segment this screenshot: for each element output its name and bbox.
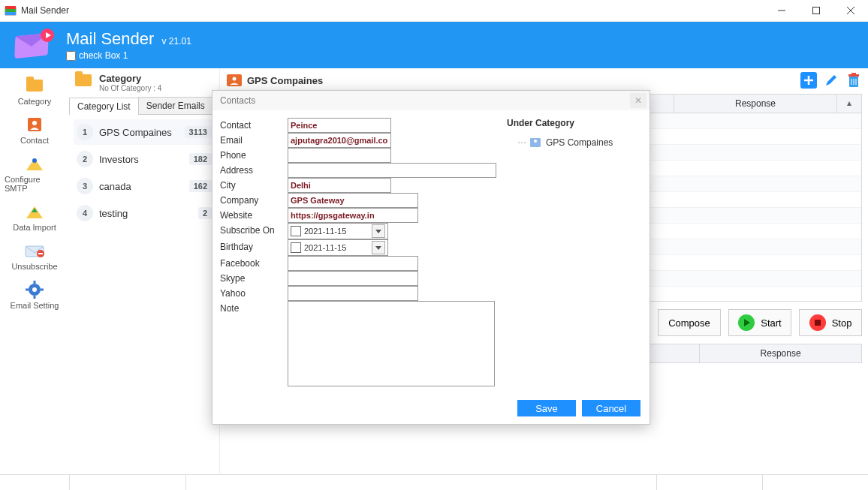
input-website[interactable] bbox=[288, 208, 418, 223]
banner-checkbox[interactable]: check Box 1 bbox=[66, 50, 191, 61]
input-address[interactable] bbox=[288, 163, 496, 178]
nav-import[interactable]: Data Import bbox=[5, 199, 65, 235]
contact-form: Contact Email Phone Address City Company… bbox=[220, 118, 498, 392]
category-row-name: testing bbox=[99, 208, 198, 219]
maximize-button[interactable] bbox=[799, 0, 833, 21]
svg-rect-3 bbox=[5, 12, 16, 15]
nav-smtp[interactable]: Configure SMTP bbox=[5, 151, 65, 196]
svg-point-36 bbox=[534, 140, 537, 143]
nav-import-label: Data Import bbox=[13, 223, 56, 232]
label-yahoo: Yahoo bbox=[220, 286, 288, 299]
contacts-small-icon bbox=[529, 137, 541, 148]
save-button[interactable]: Save bbox=[517, 400, 576, 416]
grid-header-response[interactable]: Response bbox=[674, 95, 836, 113]
gear-icon bbox=[23, 280, 46, 299]
category-tree-item[interactable]: ⋯ GPS Compaines bbox=[507, 137, 642, 148]
start-button-label: Start bbox=[761, 317, 781, 329]
add-button[interactable] bbox=[800, 72, 817, 89]
label-website: Website bbox=[220, 208, 288, 221]
category-row[interactable]: 2 Investors 182 bbox=[74, 146, 215, 172]
svg-rect-2 bbox=[5, 9, 16, 12]
svg-point-11 bbox=[32, 158, 37, 163]
modal-right-column: Under Category ⋯ GPS Compaines bbox=[498, 118, 642, 392]
category-row[interactable]: 1 GPS Compaines 3113 bbox=[74, 119, 215, 145]
nav-unsubscribe[interactable]: Unsubscribe bbox=[5, 238, 65, 274]
label-note: Note bbox=[220, 301, 288, 314]
banner-checkbox-label: check Box 1 bbox=[79, 50, 128, 61]
input-phone[interactable] bbox=[288, 148, 391, 163]
modal-close-button[interactable]: ✕ bbox=[630, 93, 646, 108]
modal-titlebar: Contacts ✕ bbox=[212, 91, 649, 110]
nav-email-setting[interactable]: Email Setting bbox=[5, 277, 65, 313]
delete-button[interactable] bbox=[845, 72, 862, 89]
svg-rect-29 bbox=[848, 74, 859, 77]
input-city[interactable] bbox=[288, 178, 391, 193]
tab-category-list[interactable]: Category List bbox=[69, 98, 139, 115]
under-category-title: Under Category bbox=[507, 118, 642, 128]
category-row-num: 4 bbox=[77, 205, 93, 221]
svg-rect-1 bbox=[5, 6, 16, 9]
date-subscribe-value: 2021-11-15 bbox=[304, 227, 346, 236]
import-icon bbox=[23, 202, 46, 221]
compose-button-label: Compose bbox=[668, 317, 710, 329]
category-row-num: 2 bbox=[77, 151, 93, 167]
input-yahoo[interactable] bbox=[288, 286, 418, 301]
svg-rect-5 bbox=[813, 8, 820, 14]
start-button[interactable]: Start bbox=[728, 309, 791, 336]
input-email[interactable] bbox=[288, 133, 391, 148]
input-skype[interactable] bbox=[288, 271, 418, 286]
label-subscribe: Subscribe On bbox=[220, 223, 288, 236]
compose-button[interactable]: Compose bbox=[658, 309, 721, 336]
svg-point-18 bbox=[32, 287, 37, 292]
dropdown-icon[interactable] bbox=[372, 224, 385, 238]
side-nav: Category Contact Configure SMTP Data Imp… bbox=[0, 68, 69, 490]
stop-button[interactable]: Stop bbox=[799, 309, 862, 336]
svg-rect-30 bbox=[851, 73, 856, 74]
svg-marker-34 bbox=[847, 101, 851, 106]
category-list: 1 GPS Compaines 3113 2 Investors 182 3 c… bbox=[69, 115, 219, 490]
banner-checkbox-input[interactable] bbox=[66, 51, 76, 61]
app-version: v 21.01 bbox=[162, 36, 191, 47]
tab-sender-emails[interactable]: Sender Emails bbox=[138, 97, 213, 114]
category-tabs: Category List Sender Emails bbox=[69, 97, 219, 115]
input-company[interactable] bbox=[288, 193, 418, 208]
cancel-button[interactable]: Cancel bbox=[582, 400, 640, 416]
stop-button-label: Stop bbox=[832, 317, 852, 329]
svg-point-24 bbox=[233, 77, 237, 81]
date-birthday[interactable]: 2021-11-15 bbox=[288, 239, 388, 256]
category-row-num: 1 bbox=[77, 124, 93, 140]
nav-smtp-label: Configure SMTP bbox=[5, 175, 65, 193]
status-bar bbox=[0, 474, 868, 490]
dropdown-icon[interactable] bbox=[372, 241, 385, 254]
modal-buttons: Save Cancel bbox=[212, 392, 649, 424]
main-title: GPS Compaines bbox=[247, 75, 800, 86]
input-contact[interactable] bbox=[288, 118, 391, 133]
label-city: City bbox=[220, 178, 288, 191]
play-icon bbox=[738, 314, 755, 331]
category-row[interactable]: 3 canada 162 bbox=[74, 173, 215, 199]
category-title: Category bbox=[99, 73, 161, 84]
label-birthday: Birthday bbox=[220, 239, 288, 252]
edit-button[interactable] bbox=[823, 72, 839, 89]
nav-category[interactable]: Category bbox=[5, 73, 65, 109]
category-row-count: 3113 bbox=[185, 126, 212, 138]
category-header: Category No Of Category : 4 bbox=[69, 68, 219, 97]
progress-header-response[interactable]: Response bbox=[700, 344, 861, 362]
close-button[interactable] bbox=[833, 0, 868, 21]
nav-contact[interactable]: Contact bbox=[5, 112, 65, 148]
category-row-name: GPS Compaines bbox=[99, 127, 185, 138]
checkbox-icon[interactable] bbox=[291, 242, 301, 253]
smtp-icon bbox=[23, 154, 46, 173]
minimize-button[interactable] bbox=[764, 0, 799, 21]
input-facebook[interactable] bbox=[288, 256, 418, 271]
contacts-icon bbox=[23, 115, 46, 134]
grid-scroll-up[interactable] bbox=[836, 95, 861, 113]
date-subscribe[interactable]: 2021-11-15 bbox=[288, 223, 388, 239]
contacts-icon bbox=[226, 74, 243, 87]
input-note[interactable] bbox=[288, 301, 495, 386]
label-company: Company bbox=[220, 193, 288, 206]
category-tree-label: GPS Compaines bbox=[546, 137, 613, 148]
nav-email-setting-label: Email Setting bbox=[11, 301, 59, 310]
checkbox-icon[interactable] bbox=[291, 226, 301, 236]
category-row[interactable]: 4 testing 2 bbox=[74, 200, 215, 226]
